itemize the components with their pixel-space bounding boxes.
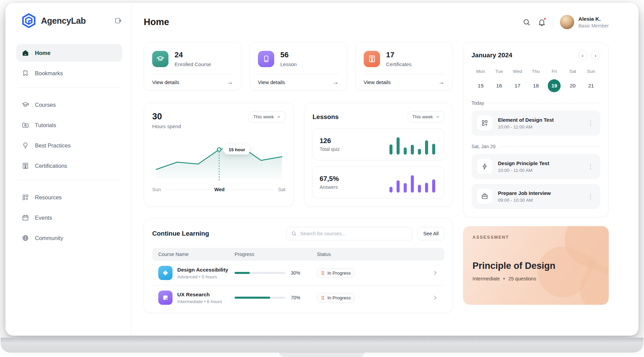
view-details-button[interactable]: View details → [258,74,339,90]
day-name: Thu [527,69,545,74]
laptop-base [1,338,643,353]
event-title: Prepare Job Interview [498,190,551,196]
globe-icon [22,234,29,242]
calendar-date[interactable]: 20 [563,79,582,92]
calendar-date[interactable]: 15 [471,79,490,92]
day-name: Mon [471,69,490,74]
sidebar-item-label: Bookmarks [35,70,63,77]
lightning-icon [477,159,492,174]
assessment-questions: 25 questions [508,276,536,281]
calendar-panel: January 2024 ‹ › Mon Tue Wed Thu Fri [463,42,609,217]
calendar-date[interactable]: 17 [508,79,527,92]
hourglass-icon [321,271,325,275]
sidebar-item-label: Tutorials [35,122,56,128]
chevron-right-icon[interactable] [426,295,438,301]
sidebar-item-home[interactable]: Home [16,44,122,62]
hourglass-icon [321,296,325,300]
total-quiz-card: 126 Total quiz [313,128,444,160]
sidebar-item-label: Community [35,235,63,241]
sidebar-item-label: Resources [35,194,62,201]
dot-separator: • [503,276,505,281]
sidebar-item-community[interactable]: Community [16,229,122,247]
day-name: Tue [490,69,508,74]
column-course-name: Course Name [158,252,235,257]
status-badge: In Progress [317,268,355,278]
view-details-button[interactable]: View details → [364,74,444,90]
sidebar-item-label: Home [35,50,51,56]
stat-value: 24 [175,51,211,59]
calendar-next-button[interactable]: › [591,51,600,60]
briefcase-icon [477,189,492,204]
calendar-prev-button[interactable]: ‹ [578,51,587,60]
user-menu[interactable]: Alesia K. Basic Member [560,15,609,29]
calendar-date[interactable]: 18 [527,79,545,92]
sidebar-item-label: Courses [35,102,56,108]
event-prepare-job-interview[interactable]: Prepare Job Interview 09:00 - 10:30 AM ⋮ [471,184,600,209]
main-area: Home [132,3,639,336]
schedule-group-sat-jan-20: Sat, Jan 20 [471,144,600,149]
content-left-column: 24 Enrolled Course View details → [144,42,453,313]
stat-card-certificates: 17 Certificates View details → [355,42,453,91]
sidebar-item-bookmarks[interactable]: Bookmarks [16,64,122,82]
topbar-divider [553,16,553,28]
assessment-card[interactable]: ASSESSMENT Principle of Design Intermedi… [463,226,609,305]
calendar-date[interactable]: 21 [582,79,600,92]
lessons-filter-dropdown[interactable]: This week [408,111,444,122]
progress-label: 30% [291,270,300,276]
kebab-menu-icon[interactable]: ⋮ [586,163,595,170]
day-name: Sat [563,69,582,74]
lessons-panel: Lessons This week 126 Total quiz [304,103,453,207]
certificate-icon [364,51,380,67]
sidebar-item-tutorials[interactable]: Tutorials [16,116,122,134]
event-element-of-design-test[interactable]: Element of Design Test 10:00 - 11:00 AM … [471,111,600,136]
event-time: 09:00 - 10:30 AM [498,198,551,203]
sidebar-collapse-icon[interactable] [114,17,122,25]
hours-label: Hours spend [152,123,181,129]
sidebar-item-resources[interactable]: Resources [16,189,122,206]
sidebar-item-events[interactable]: Events [16,209,122,226]
see-all-button[interactable]: See All [418,227,444,240]
answers-card: 67,5% Answers [313,166,444,198]
sidebar-divider [18,87,120,88]
sidebar-item-label: Best Practices [35,142,71,149]
hours-line-chart-area: 15 hour [152,139,285,182]
hours-filter-dropdown[interactable]: This week [249,111,285,122]
chevron-right-icon[interactable] [426,270,438,276]
table-row-design-accessibility[interactable]: Design Accessibility Advanced • 5 hours … [152,261,444,285]
axis-tick: Sun [152,187,161,192]
calendar-date[interactable]: 16 [490,79,508,92]
notifications-bell-icon[interactable] [538,18,546,26]
kebab-menu-icon[interactable]: ⋮ [586,193,595,200]
sidebar-divider [18,180,120,180]
event-time: 10:00 - 11:00 AM [498,168,549,173]
certificate-icon [22,162,29,170]
view-details-button[interactable]: View details → [152,74,233,90]
answers-value: 67,5% [320,175,339,183]
bookmark-icon [22,70,29,77]
sidebar-item-courses[interactable]: Courses [16,96,122,114]
calendar-date-selected[interactable]: 19 [545,79,563,92]
calendar-month: January 2024 [471,52,512,59]
course-name: Design Accessibility [177,267,228,273]
lessons-title: Lessons [313,113,339,121]
schedule-group-today: Today [471,100,600,106]
kebab-menu-icon[interactable]: ⋮ [586,119,595,127]
calendar-grid: Mon Tue Wed Thu Fri Sat Sun 15 16 17 18 … [471,69,600,92]
brand-name: AgencyLab [41,16,110,26]
user-role: Basic Member [579,23,609,28]
course-shape-icon [158,291,173,305]
axis-tick: Sat [278,187,285,192]
content: 24 Enrolled Course View details → [144,42,609,313]
stat-value: 56 [280,51,297,59]
hours-x-axis: Sun Wed Sat [152,187,285,192]
event-design-principle-test[interactable]: Design Principle Test 10:00 - 11:00 AM ⋮ [471,154,600,179]
stat-label: Lesson [280,61,297,67]
course-search-input[interactable] [300,231,407,236]
stats-row: 24 Enrolled Course View details → [144,42,453,91]
search-icon[interactable] [522,18,531,26]
sidebar-item-best-practices[interactable]: Best Practices [16,137,122,154]
day-name: Fri [545,69,563,74]
hours-value: 30 [152,111,181,122]
sidebar-item-certifications[interactable]: Certifications [16,157,122,175]
table-row-ux-research[interactable]: UX Research Intermediate • 6 hours 70% [152,285,444,310]
